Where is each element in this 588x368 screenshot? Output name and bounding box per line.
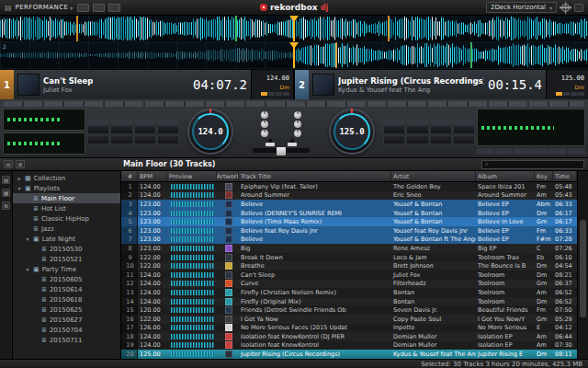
sidebar-item-party-time[interactable]: ▾▣Party Time (13, 264, 120, 274)
performance-pad[interactable] (134, 125, 156, 134)
column-header-album[interactable]: Album (476, 171, 535, 181)
row-preview[interactable] (167, 182, 217, 191)
table-row[interactable]: 13124.00Firefly (Christian Nielsen Remix… (121, 288, 577, 297)
table-row[interactable]: 16122.00I Got Ya NowCopy Paste SoulI Got… (121, 315, 577, 324)
performance-pad[interactable] (134, 135, 156, 144)
row-preview[interactable] (167, 332, 217, 341)
table-row[interactable]: 2124.00Around SummerEric SneoAround Summ… (121, 191, 577, 201)
sidebar-item-20150521[interactable]: ≣20150521 (13, 254, 120, 264)
table-row[interactable]: 5123.00Believe (Timo Maas Remix)Yousef &… (121, 217, 577, 226)
menu-icon[interactable]: ▤ (5, 4, 12, 12)
pad-mode-tab[interactable] (383, 119, 405, 124)
row-preview[interactable] (167, 305, 217, 315)
table-row[interactable]: 1124.00Epiphany Vip (feat. Tailor)The Go… (121, 182, 577, 191)
table-row[interactable]: 18124.00Isolation feat KnowKontrol (DJ P… (121, 332, 577, 341)
pad-mode-tab[interactable] (87, 119, 109, 124)
toolbar-button-3[interactable] (108, 4, 120, 12)
performance-pad[interactable] (383, 135, 405, 144)
row-preview[interactable] (167, 341, 217, 351)
table-row[interactable]: 11124.00Can't SleepJuliet FoxToolroomDm0… (121, 270, 577, 280)
table-row[interactable]: 14124.00Firefly (Original Mix)BontanTool… (121, 297, 577, 306)
table-row[interactable]: 3123.00BelieveYousef & BontanBelieve EPA… (121, 200, 577, 209)
pad-mode-tab[interactable] (134, 119, 156, 124)
row-preview[interactable] (167, 297, 217, 306)
performance-pad[interactable] (453, 135, 475, 144)
expander-arrow-icon[interactable]: ▸ (17, 175, 22, 181)
sidebar-item-main-floor[interactable]: ≣Main Floor (13, 193, 120, 203)
tree-view-icon[interactable]: ⊞ (4, 160, 13, 168)
sidebar-item-jazz[interactable]: ≣Jazz (13, 224, 120, 234)
row-preview[interactable] (167, 315, 217, 324)
row-preview[interactable] (167, 261, 217, 270)
channel-fader-1[interactable] (268, 139, 272, 146)
column-header--[interactable]: # (121, 171, 138, 181)
table-row[interactable]: 19124.00Isolation feat KnowKontrolDemian… (121, 341, 577, 351)
jog-wheel-1[interactable]: 124.0 (187, 109, 233, 155)
performance-pad[interactable] (87, 135, 109, 144)
channel-fader-2[interactable] (290, 139, 294, 146)
row-preview[interactable] (167, 288, 217, 297)
eq-low-knob-2[interactable] (294, 130, 301, 137)
table-row[interactable]: 8123.00BigRene AmeszBig EPC07:26 (121, 244, 577, 253)
performance-pad[interactable] (157, 135, 179, 144)
eq-mid-knob-1[interactable] (261, 121, 268, 128)
performance-pad[interactable] (110, 125, 132, 134)
window-button[interactable] (574, 4, 583, 12)
row-preview[interactable] (167, 236, 217, 245)
sidebar-item-hot-list[interactable]: ≣Hot List (13, 203, 120, 213)
sidebar-item-20150530[interactable]: ≣20150530 (13, 244, 120, 254)
sidebar-item-20150605[interactable]: ≣20150605 (13, 274, 120, 284)
table-row[interactable]: 6123.00Believe feat Roy Davis JnrYousef … (121, 226, 577, 236)
pad-mode-tab[interactable] (453, 119, 475, 124)
table-row[interactable]: 4123.00Believe (DENNEY'S SUNRISE REMIYou… (121, 209, 577, 218)
performance-pad[interactable] (87, 125, 109, 134)
list-view-icon[interactable]: ≣ (16, 160, 25, 168)
column-header-key[interactable]: Key (535, 171, 553, 181)
table-row[interactable]: 9122.00Break It DownLoco & JamToolroom T… (121, 253, 577, 262)
sidebar-item-late-night[interactable]: ▾▣Late Night (13, 234, 120, 244)
pad-mode-tab[interactable] (430, 119, 452, 124)
search-input[interactable] (491, 161, 581, 168)
column-header-bpm[interactable]: BPM (138, 171, 167, 181)
sidebar-item-collection[interactable]: ▸▦Collection (13, 173, 120, 183)
sidebar-item-20150627[interactable]: ≣20150627 (13, 315, 120, 325)
performance-pad[interactable] (383, 125, 405, 134)
sidebar-item-20150625[interactable]: ≣20150625 (13, 305, 120, 315)
sidebar-item-20150711[interactable]: ≣20150711 (13, 335, 120, 345)
row-preview[interactable] (167, 200, 217, 209)
row-preview[interactable] (167, 209, 217, 218)
table-row[interactable]: 7123.00BelieveYousef & Bontan ft The Ang… (121, 236, 577, 245)
eq-hi-knob-2[interactable] (294, 111, 301, 119)
toolbar-button-2[interactable] (93, 4, 105, 12)
performance-pad[interactable] (406, 135, 428, 144)
sidebar-item-20150614[interactable]: ≣20150614 (13, 284, 120, 294)
pad-mode-tab[interactable] (157, 119, 179, 124)
expander-arrow-icon[interactable]: ▾ (25, 236, 30, 242)
sidebar-item-20150618[interactable]: ≣20150618 (13, 294, 120, 305)
pad-mode-tab[interactable] (406, 119, 428, 124)
pad-mode-tab[interactable] (110, 119, 132, 124)
mode-selector[interactable]: PERFORMANCE ▾ (16, 4, 74, 11)
sidebar-item-20150704[interactable]: ≣20150704 (13, 325, 120, 335)
eq-hi-knob-1[interactable] (261, 111, 268, 119)
column-header-artist[interactable]: Artist (391, 171, 476, 181)
table-row[interactable]: 10122.00BreatheBrett JohnsonThe Bounce I… (121, 261, 577, 270)
row-preview[interactable] (167, 226, 217, 236)
toolbar-button-1[interactable] (77, 4, 89, 12)
row-preview[interactable] (167, 244, 217, 253)
vertical-scrollbar[interactable] (577, 171, 588, 359)
table-row[interactable]: 12124.00CurveFilterheadzToolroomGm06:37 (121, 280, 577, 289)
deck-1-waveform[interactable]: 1 (0, 16, 588, 42)
row-preview[interactable] (167, 350, 217, 359)
sidebar-item-classic-hiphop[interactable]: ≣Classic HipHop (13, 213, 120, 224)
row-preview[interactable] (167, 324, 217, 333)
expander-arrow-icon[interactable]: ▾ (17, 185, 22, 191)
collection-view-icon[interactable]: ▤ (2, 176, 10, 184)
gear-icon[interactable] (561, 4, 570, 12)
crossfader[interactable] (253, 148, 310, 153)
jog-wheel-2[interactable]: 125.0 (329, 109, 375, 155)
crossfader-handle[interactable] (277, 147, 286, 155)
performance-pad[interactable] (430, 135, 452, 144)
table-row[interactable]: 15120.00Friends (Detroit Swindle Friends… (121, 305, 577, 315)
row-preview[interactable] (167, 191, 217, 201)
